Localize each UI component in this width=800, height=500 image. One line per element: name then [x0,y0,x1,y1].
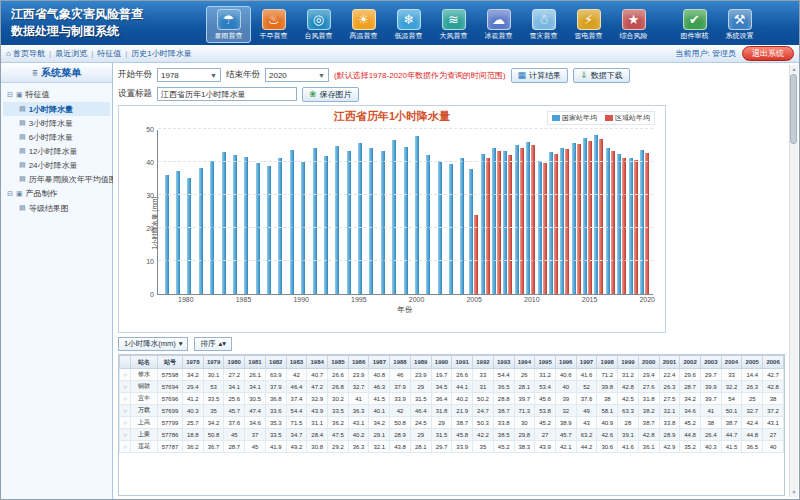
value-cell: 31 [473,381,494,393]
vertical-scrollbar[interactable]: ▲ ▼ [789,65,798,497]
year-header-1987: 1987 [369,356,390,369]
end-year-select[interactable]: 2020▼ [265,68,329,82]
legend-swatch [605,115,613,121]
table-sort-select[interactable]: 排序 ▴▾ [194,337,232,351]
y-tick-label: 50 [136,126,154,133]
breadcrumb: ⌂ 首页导航|最近浏览|特征值|历史1小时降水量 [6,48,676,59]
tree-item-label: 24小时降水量 [29,160,78,171]
value-cell: 28 [618,417,639,429]
row-radio-button[interactable]: ○ [120,417,131,429]
exit-system-button[interactable]: 退出系统 [742,46,794,61]
expander-icon[interactable]: ⊟ [7,190,13,198]
toolbar-item-drought[interactable]: ♨干旱普查 [251,6,296,43]
row-radio-button[interactable]: ○ [120,441,131,453]
chevron-down-icon: ▼ [210,72,217,79]
download-data-button[interactable]: ⇓ 数据下载 [573,68,630,83]
scrollbar-thumb[interactable] [790,74,797,144]
x-axis-ticks: 198019851990199520002005201020152020 [157,295,653,305]
value-cell: 30.5 [245,393,266,405]
document-icon: ▤ [19,161,26,169]
table-row[interactable]: ○上栗5778618.850.8453733.534.728.447.540.2… [120,429,784,441]
bar-group-2012 [548,130,559,294]
sidebar-item-6小时降水量[interactable]: ▤6小时降水量 [3,130,110,144]
value-cell: 41.5 [721,441,742,453]
start-year-select[interactable]: 1978▼ [157,68,221,82]
value-cell: 34.2 [680,393,701,405]
breadcrumb-item[interactable]: ⌂ 首页导航 [6,48,45,59]
tree-group-产品制作[interactable]: ⊟▣产品制作 [3,186,110,201]
bar-national [369,148,373,294]
bar-national [415,136,419,294]
value-cell: 22.4 [659,369,680,381]
sidebar-item-24小时降水量[interactable]: ▤24小时降水量 [3,158,110,172]
table-row[interactable]: ○修水5759834.230.127.226.163.94240.726.623… [120,369,784,381]
table-row[interactable]: ○万载5769940.33545.747.433.654.443.933.536… [120,405,784,417]
value-cell: 54 [721,393,742,405]
value-cell: 43.9 [307,405,328,417]
value-cell: 41.5 [369,393,390,405]
scroll-down-icon[interactable]: ▼ [792,488,797,497]
value-cell: 31.5 [410,393,431,405]
sidebar-item-历年暴雨频次年平均值图[interactable]: ▤历年暴雨频次年平均值图 [3,172,110,186]
scroll-up-icon[interactable]: ▲ [792,65,797,74]
toolbar-item-low-temp[interactable]: ❄低温普查 [386,6,431,43]
rainstorm-icon: ☂ [217,9,241,30]
breadcrumb-item[interactable]: 特征值 [97,48,121,59]
toolbar-item-typhoon[interactable]: ◎台风普查 [296,6,341,43]
value-cell: 46 [390,369,411,381]
row-radio-button[interactable]: ○ [120,369,131,381]
table-row[interactable]: ○上高5779925.734.237.634.635.371.531.136.2… [120,417,784,429]
chart-bars [158,130,653,294]
row-radio-button[interactable]: ○ [120,405,131,417]
table-row[interactable]: ○宜丰5769641.233.525.630.536.837.432.930.2… [120,393,784,405]
toolbar-item-label: 雪灾普查 [530,31,558,41]
row-radio-button[interactable]: ○ [120,393,131,405]
value-cell: 53.8 [535,405,556,417]
table-metric-select[interactable]: 1小时降水(mm) ▾ [118,337,188,351]
row-radio-button[interactable]: ○ [120,429,131,441]
table-row[interactable]: ○莲花5778736.236.728.74541.949.230.829.236… [120,441,784,453]
table-row[interactable]: ○铜鼓5769429.45334.134.137.946.447.226.832… [120,381,784,393]
sidebar-item-1小时降水量[interactable]: ▤1小时降水量 [3,102,110,116]
value-cell: 38 [597,393,618,405]
toolbar-item-high-temp[interactable]: ☀高温普查 [341,6,386,43]
station-name-cell: 莲花 [131,441,158,453]
value-cell: 39.9 [700,381,721,393]
value-cell: 47.2 [307,381,328,393]
toolbar-item-hail[interactable]: ☁冰雹普查 [476,6,521,43]
value-cell: 45.7 [224,405,245,417]
tree-group-特征值[interactable]: ⊟▣特征值 [3,87,110,102]
toolbar-item-system-settings[interactable]: ⚒系统设置 [717,6,762,43]
value-cell: 27.6 [638,381,659,393]
high-temp-icon: ☀ [352,9,376,30]
sidebar-item-3小时降水量[interactable]: ▤3小时降水量 [3,116,110,130]
toolbar-item-lightning[interactable]: ⚡雷电普查 [566,6,611,43]
toolbar-item-map-review[interactable]: ✔图件审核 [672,6,717,43]
bar-regional [520,148,524,294]
bar-group-2015 [582,130,593,294]
toolbar-item-comprehensive-risk[interactable]: ★综合风险 [611,6,656,43]
year-header-1999: 1999 [618,356,639,369]
row-radio-button[interactable]: ○ [120,381,131,393]
toolbar-item-rainstorm[interactable]: ☂暴雨普查 [206,6,251,43]
bar-national [313,148,317,294]
breadcrumb-item[interactable]: 最近浏览 [55,48,87,59]
sidebar-item-等级结果图[interactable]: ▤等级结果图 [3,201,110,215]
value-cell: 43.9 [535,441,556,453]
calculate-button[interactable]: ▦ 计算结果 [511,68,569,83]
bar-national [165,175,169,294]
save-image-button[interactable]: ❀ 保存图片 [302,87,359,102]
scrollbar-track[interactable] [790,74,798,488]
map-review-icon: ✔ [683,9,707,30]
chart-title-input[interactable] [157,87,297,101]
app-window: 江西省气象灾害风险普查 数据处理与制图系统 ☂暴雨普查♨干旱普查◎台风普查☀高温… [0,0,800,500]
bar-group-2005 [468,130,479,294]
toolbar-item-snow[interactable]: ☃雪灾普查 [521,6,566,43]
value-cell: 38 [700,417,721,429]
sidebar-item-12小时降水量[interactable]: ▤12小时降水量 [3,144,110,158]
chart-legend: 国家站年均区域站年均 [547,111,655,125]
breadcrumb-item[interactable]: 历史1小时降水量 [131,48,191,59]
expander-icon[interactable]: ⊟ [7,91,13,99]
toolbar-item-gale[interactable]: ≋大风普查 [431,6,476,43]
value-cell: 40.3 [700,441,721,453]
